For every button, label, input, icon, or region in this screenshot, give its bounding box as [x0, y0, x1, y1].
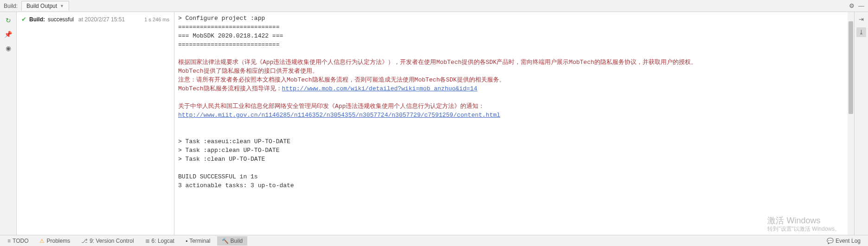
tab-terminal[interactable]: ▪ Terminal — [181, 236, 215, 246]
console-line: ============================ — [174, 40, 854, 49]
warning-icon: ⚠ — [39, 238, 45, 244]
check-icon: ✔ — [21, 16, 26, 23]
restart-icon[interactable]: ↻ — [6, 17, 11, 24]
console-line: 注意：请所有开发者务必按照本文档接入MobTech隐私服务流程，否则可能造成无法… — [174, 76, 854, 84]
miit-link[interactable]: http://www.miit.gov.cn/n1146285/n1146352… — [178, 112, 500, 119]
tree-node-status: successful — [48, 16, 74, 23]
left-gutter: ↻ 📌 ◉ — [0, 12, 17, 235]
scroll-to-end-icon[interactable]: ⤓ — [856, 27, 866, 37]
tree-node-duration: 1 s 246 ms — [144, 17, 169, 22]
console-output[interactable]: > Configure project :app ===============… — [174, 12, 854, 235]
console-line: ============================ — [174, 23, 854, 32]
console-line: > Task :clean UP-TO-DATE — [174, 155, 854, 164]
tab-version-control[interactable]: ⎇ 9: Version Control — [77, 236, 138, 246]
build-label: Build: — [4, 3, 18, 9]
build-output-tab[interactable]: Build Output ▼ — [21, 1, 69, 11]
tab-todo[interactable]: ≡ TODO — [3, 236, 33, 246]
console-line: MobTech提供了隐私服务相应的接口供开发者使用。 — [174, 67, 854, 76]
console-line: > Task :app:clean UP-TO-DATE — [174, 146, 854, 155]
chevron-down-icon: ▼ — [60, 4, 64, 8]
todo-icon: ≡ — [7, 238, 11, 244]
mob-link[interactable]: http://www.mob.com/wiki/detailed?wiki=mo… — [282, 85, 477, 92]
right-gutter: ⇥ ⤓ — [854, 12, 868, 235]
pin-icon[interactable]: 📌 — [4, 31, 12, 38]
branch-icon: ⎇ — [81, 238, 88, 244]
tab-logcat[interactable]: ≣ 6: Logcat — [141, 236, 179, 246]
tree-node-time: at 2020/2/27 15:51 — [78, 16, 125, 23]
build-tree-pane: ✔ Build: successful at 2020/2/27 15:51 1… — [17, 12, 174, 235]
minimize-icon[interactable]: — — [858, 2, 864, 9]
view-icon[interactable]: ◉ — [6, 44, 11, 52]
gear-icon[interactable]: ⚙ — [849, 2, 855, 9]
event-log-icon: 💬 — [827, 238, 834, 244]
terminal-icon: ▪ — [186, 238, 187, 244]
console-line: === MobSDK 2020.0218.1422 === — [174, 32, 854, 40]
soft-wrap-icon[interactable]: ⇥ — [859, 16, 864, 23]
tab-build[interactable]: 🔨 Build — [217, 236, 248, 246]
build-tree-node[interactable]: ✔ Build: successful at 2020/2/27 15:51 1… — [21, 15, 169, 24]
console-line: MobTech隐私服务流程接入指导详见：http://www.mob.com/w… — [174, 84, 854, 93]
console-line: http://www.miit.gov.cn/n1146285/n1146352… — [174, 111, 854, 120]
build-toolbar: Build: Build Output ▼ ⚙ — — [0, 0, 868, 12]
tab-problems[interactable]: ⚠ Problems — [35, 236, 75, 246]
console-line: 根据国家法律法规要求（详见《App违法违规收集使用个人信息行为认定方法》），开发… — [174, 58, 854, 67]
logcat-icon: ≣ — [145, 238, 150, 244]
console-line: 3 actionable tasks: 3 up-to-date — [174, 181, 854, 190]
console-line: BUILD SUCCESSFUL in 1s — [174, 172, 854, 181]
hammer-icon: 🔨 — [222, 238, 229, 244]
scrollbar-thumb[interactable] — [849, 21, 853, 114]
build-output-label: Build Output — [26, 3, 57, 9]
scrollbar[interactable] — [848, 12, 854, 235]
bottom-toolbar: ≡ TODO ⚠ Problems ⎇ 9: Version Control ≣… — [0, 235, 868, 246]
console-line: 关于中华人民共和国工业和信息化部网络安全管理局印发《App违法违规收集使用个人信… — [174, 102, 854, 111]
console-line: > Task :easeui:clean UP-TO-DATE — [174, 137, 854, 146]
console-line: > Configure project :app — [174, 14, 854, 23]
tab-event-log[interactable]: 💬 Event Log — [822, 236, 865, 246]
tree-node-label: Build: — [29, 16, 45, 23]
